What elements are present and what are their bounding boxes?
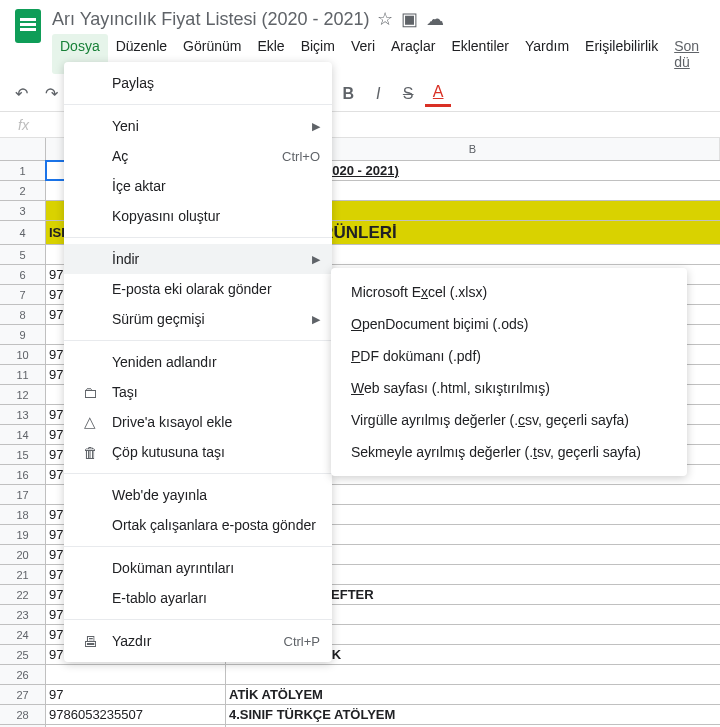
menu-erişilebilirlik[interactable]: Erişilebilirlik <box>577 34 666 74</box>
menu-item-yazd-r[interactable]: 🖶YazdırCtrl+P <box>64 626 332 656</box>
chevron-right-icon: ▶ <box>312 253 320 266</box>
menu-item-ta-[interactable]: 🗀Taşı <box>64 377 332 407</box>
menu-item-i-ndir[interactable]: İndir▶ <box>64 244 332 274</box>
submenu-item[interactable]: PDF dokümanı (.pdf) <box>331 340 687 372</box>
bold-button[interactable]: B <box>335 81 361 107</box>
row-header[interactable]: 9 <box>0 325 46 344</box>
cell[interactable]: 97 <box>46 685 226 704</box>
menu-item-yeniden-adland-r[interactable]: Yeniden adlandır <box>64 347 332 377</box>
row-header[interactable]: 26 <box>0 665 46 684</box>
trash-icon: 🗑 <box>80 444 100 461</box>
row-header[interactable]: 5 <box>0 245 46 264</box>
row-header[interactable]: 1 <box>0 161 46 180</box>
submenu-item[interactable]: Web sayfası (.html, sıkıştırılmış) <box>331 372 687 404</box>
menu-item-label: E-posta eki olarak gönder <box>112 281 320 297</box>
download-submenu: Microsoft Excel (.xlsx)OpenDocument biçi… <box>331 268 687 476</box>
menu-item-yeni[interactable]: Yeni▶ <box>64 111 332 141</box>
menu-eklentiler[interactable]: Eklentiler <box>443 34 517 74</box>
cell[interactable] <box>226 665 720 684</box>
row-header[interactable]: 28 <box>0 705 46 724</box>
row-header[interactable]: 8 <box>0 305 46 324</box>
table-row: 26 <box>0 665 720 685</box>
row-header[interactable]: 10 <box>0 345 46 364</box>
menu-item-s-r-m-ge-mi-i[interactable]: Sürüm geçmişi▶ <box>64 304 332 334</box>
menu-item-label: Taşı <box>112 384 320 400</box>
submenu-item[interactable]: OpenDocument biçimi (.ods) <box>331 308 687 340</box>
row-header[interactable]: 14 <box>0 425 46 444</box>
menu-item-payla-[interactable]: Paylaş <box>64 68 332 98</box>
row-header[interactable]: 13 <box>0 405 46 424</box>
menu-item-drive-a-k-sayol-ekle[interactable]: △Drive'a kısayol ekle <box>64 407 332 437</box>
menu-separator <box>64 340 332 341</box>
doc-title[interactable]: Arı Yayıncılık Fiyat Listesi (2020 - 202… <box>52 9 369 30</box>
menu-item-web-de-yay-nla[interactable]: Web'de yayınla <box>64 480 332 510</box>
row-header[interactable]: 25 <box>0 645 46 664</box>
menu-item-label: Yeniden adlandır <box>112 354 320 370</box>
folder-icon: 🗀 <box>80 384 100 401</box>
row-header[interactable]: 20 <box>0 545 46 564</box>
strike-button[interactable]: S <box>395 81 421 107</box>
submenu-item[interactable]: Sekmeyle ayrılmış değerler (.tsv, geçerl… <box>331 436 687 468</box>
last-edit-link[interactable]: Son dü <box>666 34 712 74</box>
menu-item-label: İçe aktar <box>112 178 320 194</box>
menu-item-label: Yeni <box>112 118 304 134</box>
menu-item-i-e-aktar[interactable]: İçe aktar <box>64 171 332 201</box>
menu-item-e-tablo-ayarlar-[interactable]: E-tablo ayarları <box>64 583 332 613</box>
row-header[interactable]: 22 <box>0 585 46 604</box>
fx-label: fx <box>8 117 39 133</box>
menu-item-kopyas-n-olu-tur[interactable]: Kopyasını oluştur <box>64 201 332 231</box>
row-header[interactable]: 15 <box>0 445 46 464</box>
cell[interactable] <box>46 665 226 684</box>
submenu-item[interactable]: Microsoft Excel (.xlsx) <box>331 276 687 308</box>
row-header[interactable]: 6 <box>0 265 46 284</box>
menu-item--p-kutusuna-ta-[interactable]: 🗑Çöp kutusuna taşı <box>64 437 332 467</box>
row-header[interactable]: 21 <box>0 565 46 584</box>
chevron-right-icon: ▶ <box>312 313 320 326</box>
print-icon: 🖶 <box>80 633 100 650</box>
text-color-button[interactable]: A <box>425 81 451 107</box>
select-all-corner[interactable] <box>0 138 46 160</box>
row-header[interactable]: 17 <box>0 485 46 504</box>
star-icon[interactable]: ☆ <box>377 8 393 30</box>
row-header[interactable]: 3 <box>0 201 46 220</box>
menu-separator <box>64 237 332 238</box>
row-header[interactable]: 12 <box>0 385 46 404</box>
submenu-item[interactable]: Virgülle ayrılmış değerler (.csv, geçerl… <box>331 404 687 436</box>
menu-separator <box>64 619 332 620</box>
row-header[interactable]: 18 <box>0 505 46 524</box>
menu-item-ortak-al-anlara-e-posta-g-nder[interactable]: Ortak çalışanlara e-posta gönder <box>64 510 332 540</box>
row-header[interactable]: 23 <box>0 605 46 624</box>
file-menu-dropdown: PaylaşYeni▶AçCtrl+Oİçe aktarKopyasını ol… <box>64 62 332 662</box>
menu-item-label: E-tablo ayarları <box>112 590 320 606</box>
cell[interactable]: ATİK ATÖLYEM <box>226 685 720 704</box>
italic-button[interactable]: I <box>365 81 391 107</box>
cell[interactable]: 4.SINIF TÜRKÇE ATÖLYEM <box>226 705 720 724</box>
menu-yardım[interactable]: Yardım <box>517 34 577 74</box>
row-header[interactable]: 2 <box>0 181 46 200</box>
menu-item-a-[interactable]: AçCtrl+O <box>64 141 332 171</box>
menu-separator <box>64 546 332 547</box>
move-folder-icon[interactable]: ▣ <box>401 8 418 30</box>
menu-item-label: Yazdır <box>112 633 284 649</box>
menu-item-label: Çöp kutusuna taşı <box>112 444 320 460</box>
menu-item-label: Sürüm geçmişi <box>112 311 304 327</box>
row-header[interactable]: 19 <box>0 525 46 544</box>
menu-item-label: Ortak çalışanlara e-posta gönder <box>112 517 320 533</box>
menu-shortcut: Ctrl+P <box>284 634 320 649</box>
row-header[interactable]: 24 <box>0 625 46 644</box>
redo-button[interactable]: ↷ <box>38 81 64 107</box>
menu-araçlar[interactable]: Araçlar <box>383 34 443 74</box>
row-header[interactable]: 27 <box>0 685 46 704</box>
row-header[interactable]: 7 <box>0 285 46 304</box>
row-header[interactable]: 4 <box>0 221 46 244</box>
undo-button[interactable]: ↶ <box>8 81 34 107</box>
menu-item-dok-man-ayr-nt-lar-[interactable]: Doküman ayrıntıları <box>64 553 332 583</box>
sheets-logo[interactable] <box>8 6 48 46</box>
menu-veri[interactable]: Veri <box>343 34 383 74</box>
cell[interactable]: 9786053235507 <box>46 705 226 724</box>
menu-item-label: Doküman ayrıntıları <box>112 560 320 576</box>
row-header[interactable]: 16 <box>0 465 46 484</box>
menu-item-e-posta-eki-olarak-g-nder[interactable]: E-posta eki olarak gönder <box>64 274 332 304</box>
row-header[interactable]: 11 <box>0 365 46 384</box>
menu-separator <box>64 473 332 474</box>
